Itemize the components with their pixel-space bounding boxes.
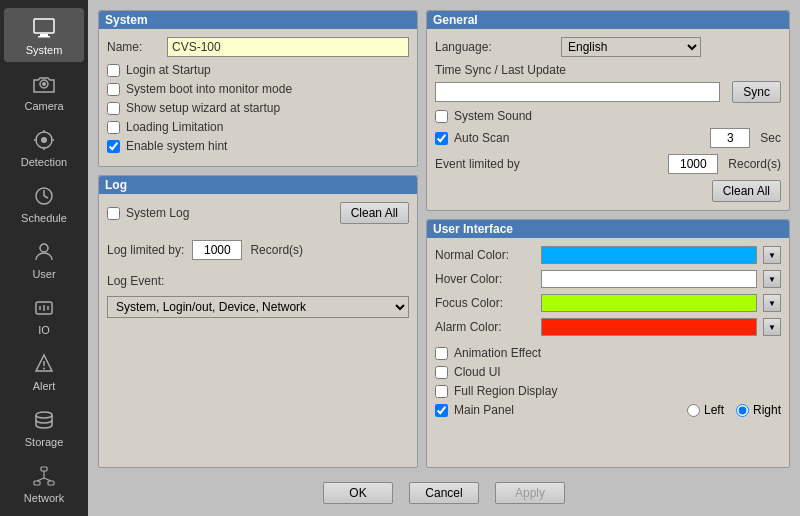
name-field-row: Name:	[107, 37, 409, 57]
auto-scan-checkbox[interactable]	[435, 132, 448, 145]
animation-effect-label[interactable]: Animation Effect	[454, 346, 541, 360]
main-panel-checkbox[interactable]	[435, 404, 448, 417]
login-startup-checkbox[interactable]	[107, 64, 120, 77]
focus-color-swatch[interactable]	[541, 294, 757, 312]
log-top-row: System Log Clean All	[107, 202, 409, 224]
svg-rect-2	[38, 36, 50, 38]
hover-color-row: Hover Color: ▼	[435, 270, 781, 288]
animation-effect-checkbox[interactable]	[435, 347, 448, 360]
alarm-color-swatch[interactable]	[541, 318, 757, 336]
boot-monitor-label[interactable]: System boot into monitor mode	[126, 82, 292, 96]
sidebar: System Camera Detection Schedule User IO	[0, 0, 88, 516]
alarm-color-dropdown[interactable]: ▼	[763, 318, 781, 336]
sidebar-item-alert[interactable]: Alert	[4, 344, 84, 398]
cloud-ui-label[interactable]: Cloud UI	[454, 365, 501, 379]
language-label: Language:	[435, 40, 555, 54]
checkbox-login-startup: Login at Startup	[107, 63, 409, 77]
svg-line-26	[37, 478, 44, 481]
position-left-row: Left	[687, 403, 724, 417]
boot-monitor-checkbox[interactable]	[107, 83, 120, 96]
sidebar-item-network[interactable]: Network	[4, 456, 84, 510]
cloud-ui-checkbox[interactable]	[435, 366, 448, 379]
normal-color-label: Normal Color:	[435, 248, 535, 262]
log-limited-input[interactable]	[192, 240, 242, 260]
show-wizard-checkbox[interactable]	[107, 102, 120, 115]
enable-hint-label[interactable]: Enable system hint	[126, 139, 227, 153]
loading-limit-checkbox[interactable]	[107, 121, 120, 134]
system-panel-title: System	[99, 11, 417, 29]
ui-panel: User Interface Normal Color: ▼ Hover Col…	[426, 219, 790, 468]
ui-panel-title: User Interface	[427, 220, 789, 238]
hover-color-swatch[interactable]	[541, 270, 757, 288]
auto-scan-label[interactable]: Auto Scan	[454, 131, 509, 145]
hover-color-label: Hover Color:	[435, 272, 535, 286]
checkbox-enable-hint: Enable system hint	[107, 139, 409, 153]
normal-color-dropdown[interactable]: ▼	[763, 246, 781, 264]
ok-button[interactable]: OK	[323, 482, 393, 504]
name-label: Name:	[107, 40, 167, 54]
sidebar-item-detection[interactable]: Detection	[4, 120, 84, 174]
sidebar-label-alert: Alert	[33, 380, 56, 392]
loading-limit-label[interactable]: Loading Limitation	[126, 120, 223, 134]
sidebar-item-user[interactable]: User	[4, 232, 84, 286]
sidebar-item-camera[interactable]: Camera	[4, 64, 84, 118]
sidebar-label-network: Network	[24, 492, 64, 504]
system-log-checkbox-row: System Log	[107, 206, 189, 220]
system-sound-row: System Sound	[435, 109, 781, 123]
log-clean-all-button[interactable]: Clean All	[340, 202, 409, 224]
system-icon	[30, 14, 58, 42]
svg-line-27	[44, 478, 51, 481]
gen-clean-all-button[interactable]: Clean All	[712, 180, 781, 202]
sync-button[interactable]: Sync	[732, 81, 781, 103]
alarm-color-row: Alarm Color: ▼	[435, 318, 781, 336]
svg-rect-22	[41, 467, 47, 471]
event-limited-input[interactable]	[668, 154, 718, 174]
system-sound-label[interactable]: System Sound	[454, 109, 532, 123]
alarm-color-label: Alarm Color:	[435, 320, 535, 334]
focus-color-dropdown[interactable]: ▼	[763, 294, 781, 312]
language-select[interactable]: English Chinese French	[561, 37, 701, 57]
position-left-label[interactable]: Left	[704, 403, 724, 417]
full-region-checkbox[interactable]	[435, 385, 448, 398]
sidebar-item-system[interactable]: System	[4, 8, 84, 62]
sidebar-item-schedule[interactable]: Schedule	[4, 176, 84, 230]
enable-hint-checkbox[interactable]	[107, 140, 120, 153]
checkbox-loading-limit: Loading Limitation	[107, 120, 409, 134]
name-input[interactable]	[167, 37, 409, 57]
normal-color-swatch[interactable]	[541, 246, 757, 264]
full-region-label[interactable]: Full Region Display	[454, 384, 557, 398]
svg-point-21	[36, 412, 52, 418]
position-left-radio[interactable]	[687, 404, 700, 417]
top-row: System Name: Login at Startup System boo…	[98, 10, 790, 468]
right-panels: General Language: English Chinese French…	[426, 10, 790, 468]
sidebar-label-schedule: Schedule	[21, 212, 67, 224]
login-startup-label[interactable]: Login at Startup	[126, 63, 211, 77]
position-radio-group: Left Right	[687, 403, 781, 417]
event-limited-label: Event limited by	[435, 157, 555, 171]
sidebar-label-camera: Camera	[24, 100, 63, 112]
full-region-row: Full Region Display	[435, 384, 781, 398]
event-limited-unit: Record(s)	[728, 157, 781, 171]
log-limit-row: Log limited by: Record(s)	[107, 240, 409, 260]
main-panel-label[interactable]: Main Panel	[454, 403, 514, 417]
position-right-label[interactable]: Right	[753, 403, 781, 417]
network-icon	[30, 462, 58, 490]
system-sound-checkbox[interactable]	[435, 110, 448, 123]
log-event-select[interactable]: System, Login/out, Device, Network Syste…	[107, 296, 409, 318]
show-wizard-label[interactable]: Show setup wizard at startup	[126, 101, 280, 115]
apply-button[interactable]: Apply	[495, 482, 565, 504]
sidebar-item-storage[interactable]: Storage	[4, 400, 84, 454]
time-sync-label: Time Sync / Last Update	[435, 63, 566, 77]
position-right-radio[interactable]	[736, 404, 749, 417]
svg-rect-24	[48, 481, 54, 485]
hover-color-dropdown[interactable]: ▼	[763, 270, 781, 288]
general-panel: General Language: English Chinese French…	[426, 10, 790, 211]
main-panel-row: Main Panel Left Right	[435, 403, 781, 417]
system-log-label[interactable]: System Log	[126, 206, 189, 220]
cancel-button[interactable]: Cancel	[409, 482, 479, 504]
svg-rect-1	[40, 34, 48, 36]
auto-scan-value[interactable]	[710, 128, 750, 148]
main-content: System Name: Login at Startup System boo…	[88, 0, 800, 516]
sidebar-item-io[interactable]: IO	[4, 288, 84, 342]
system-log-checkbox[interactable]	[107, 207, 120, 220]
